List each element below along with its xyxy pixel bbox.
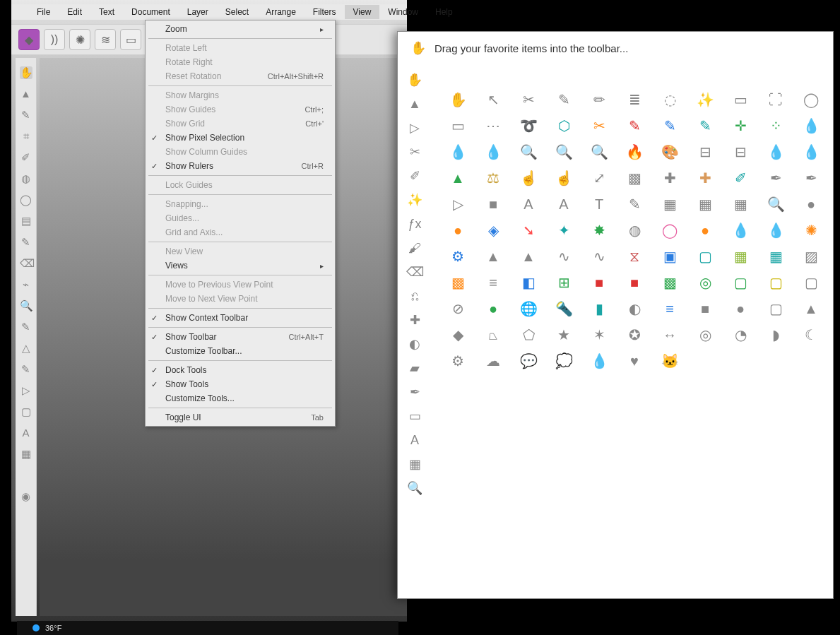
- speech-icon[interactable]: 💬: [519, 351, 538, 371]
- selection-brush-icon[interactable]: ✐: [406, 167, 423, 184]
- red-solid-icon[interactable]: ■: [625, 273, 644, 292]
- teal-panel-icon[interactable]: ▮: [589, 299, 609, 319]
- pen-dark-icon[interactable]: ✒: [766, 168, 786, 188]
- tool-hand-icon[interactable]: ✋: [20, 66, 32, 79]
- fx-icon[interactable]: ƒx: [406, 215, 423, 232]
- grid-teal-icon[interactable]: ▦: [766, 247, 786, 266]
- rect-dash-icon[interactable]: ▭: [448, 116, 468, 136]
- a-box2-icon[interactable]: A: [554, 194, 574, 214]
- move-pointer-icon[interactable]: ↖: [483, 90, 503, 109]
- hand-icon[interactable]: ✋: [448, 90, 468, 109]
- rectangle-icon[interactable]: ▭: [406, 408, 423, 425]
- triangle-green-icon[interactable]: ▲: [448, 168, 468, 188]
- gradient-icon[interactable]: ◧: [519, 273, 538, 292]
- tool-paint-icon[interactable]: ✎: [20, 236, 32, 249]
- brush-dark-icon[interactable]: ✏: [589, 90, 609, 109]
- swirl-icon[interactable]: ✐: [730, 168, 750, 188]
- drop-plus-icon[interactable]: 💧: [730, 220, 750, 240]
- red-square-icon[interactable]: ■: [589, 273, 609, 292]
- double-arrow-icon[interactable]: ↔: [660, 325, 680, 345]
- square-solid-icon[interactable]: ■: [483, 194, 503, 214]
- fountain-pen-icon[interactable]: ✒: [801, 168, 821, 188]
- ellipse-dotted-icon[interactable]: ◯: [801, 90, 821, 109]
- a-box-icon[interactable]: A: [519, 194, 538, 214]
- zoom-icon[interactable]: 🔍: [406, 480, 423, 497]
- drop-blue-icon[interactable]: 💧: [766, 142, 786, 162]
- badge-icon[interactable]: ✪: [625, 325, 644, 345]
- crescent-icon[interactable]: ☾: [801, 325, 821, 345]
- stamp2-icon[interactable]: ⊟: [730, 142, 750, 162]
- move-icon[interactable]: ▲: [406, 95, 423, 112]
- eyedrop-orange2-icon[interactable]: 💧: [483, 142, 503, 162]
- menu-item-show-rulers[interactable]: ✓Show RulersCtrl+R: [146, 159, 335, 173]
- menu-edit[interactable]: Edit: [59, 5, 90, 19]
- mesh-icon[interactable]: ▦: [660, 194, 680, 214]
- grey-triangle-icon[interactable]: ▲: [801, 299, 821, 319]
- eyedrop-blue-icon[interactable]: 💧: [448, 142, 468, 162]
- play-icon[interactable]: ▷: [448, 194, 468, 214]
- brush-blue-icon[interactable]: ✎: [660, 116, 680, 136]
- marquee-rect-icon[interactable]: ▭: [730, 90, 750, 109]
- clone-icon[interactable]: ⎌: [406, 287, 423, 304]
- menu-item-customize-tools-[interactable]: Customize Tools...: [146, 391, 335, 405]
- wave2-icon[interactable]: ∿: [589, 247, 609, 266]
- wave-icon[interactable]: ∿: [554, 247, 574, 266]
- tool-ellipse-icon[interactable]: ◯: [20, 194, 32, 206]
- brush-light-icon[interactable]: ✎: [554, 90, 574, 109]
- persona-button[interactable]: ◆: [18, 29, 40, 50]
- speech-round-icon[interactable]: 💭: [554, 351, 574, 371]
- pinch-icon[interactable]: ⧖: [625, 247, 644, 266]
- inpaint-icon[interactable]: ✚: [406, 311, 423, 328]
- menu-file[interactable]: File: [28, 5, 59, 19]
- pyramid-grey-icon[interactable]: ▲: [483, 247, 503, 266]
- t-box-icon[interactable]: T: [589, 194, 609, 214]
- menu-item-toggle-ui[interactable]: Toggle UITab: [146, 410, 335, 425]
- grey-square-icon[interactable]: ■: [695, 299, 715, 319]
- eyedrop-orange-icon[interactable]: 💧: [801, 116, 821, 136]
- tool-selbrush-icon[interactable]: ✐: [20, 151, 32, 164]
- tool-lens-icon[interactable]: 🔍: [20, 299, 32, 312]
- frame-teal-icon[interactable]: ▢: [695, 247, 715, 266]
- donut-icon[interactable]: ◎: [695, 325, 715, 345]
- line-dash-icon[interactable]: ⋯: [483, 116, 503, 136]
- tool-node-icon[interactable]: ▢: [20, 405, 32, 418]
- trapezoid-icon[interactable]: ⏢: [483, 325, 503, 345]
- toolbar-btn-2[interactable]: )): [44, 29, 65, 50]
- tool-rect-icon[interactable]: A: [20, 427, 32, 439]
- toolbar-btn-4[interactable]: ≋: [95, 29, 116, 50]
- lens-blue-icon[interactable]: 🔍: [554, 142, 574, 162]
- dodge-icon[interactable]: ◐: [406, 336, 423, 352]
- tool-erase-icon[interactable]: ⌫: [20, 257, 32, 270]
- checker-icon[interactable]: ▩: [625, 168, 644, 188]
- diamond-icon[interactable]: ◆: [448, 325, 468, 345]
- frame-text-icon[interactable]: A: [406, 432, 423, 449]
- crosshair-icon[interactable]: ✛: [730, 116, 750, 136]
- drop-minus-icon[interactable]: 💧: [766, 220, 786, 240]
- menu-item-show-context-toolbar[interactable]: ✓Show Context Toolbar: [146, 311, 335, 325]
- burst-orange-icon[interactable]: ✺: [801, 220, 821, 240]
- node-icon[interactable]: ▷: [406, 119, 423, 136]
- toolbar-btn-3[interactable]: ✺: [69, 29, 90, 50]
- diag-arrows-icon[interactable]: ⤢: [589, 168, 609, 188]
- globe-icon[interactable]: 🌐: [519, 299, 538, 319]
- grid-diag-icon[interactable]: ▨: [801, 247, 821, 266]
- hand-icon[interactable]: ✋: [406, 71, 423, 88]
- fill-icon[interactable]: ▰: [406, 360, 423, 376]
- menu-item-dock-tools[interactable]: ✓Dock Tools: [146, 363, 335, 377]
- gear-icon[interactable]: ⚙: [448, 351, 468, 371]
- scissors-icon[interactable]: ✂: [589, 116, 609, 136]
- no-circle-icon[interactable]: ⊘: [448, 299, 468, 319]
- grid-green-icon[interactable]: ▦: [730, 247, 750, 266]
- crop-icon[interactable]: ✂: [519, 90, 538, 109]
- palette-icon[interactable]: 🎨: [660, 142, 680, 162]
- half-circle-icon[interactable]: ◐: [625, 299, 644, 319]
- grey-rounded-icon[interactable]: ▢: [766, 299, 786, 319]
- color-dots-icon[interactable]: ⁘: [766, 116, 786, 136]
- wand-icon[interactable]: ✨: [695, 90, 715, 109]
- green-circle-icon[interactable]: ●: [483, 299, 503, 319]
- tool-brush-icon[interactable]: ✎: [20, 109, 32, 121]
- menu-window[interactable]: Window: [379, 5, 427, 19]
- drop-grey-icon[interactable]: 💧: [801, 142, 821, 162]
- menu-text[interactable]: Text: [90, 5, 123, 19]
- tool-move-icon[interactable]: ▲: [20, 88, 32, 100]
